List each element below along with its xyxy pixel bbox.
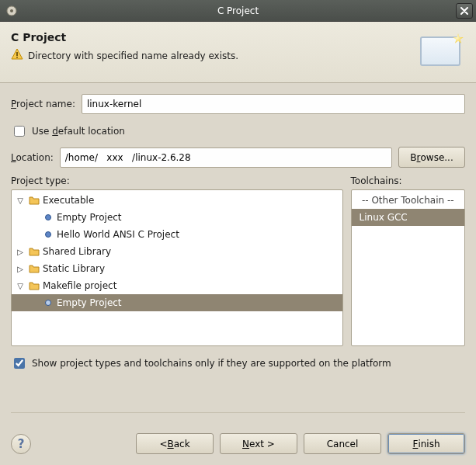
list-item-label: -- Other Toolchain -- xyxy=(362,195,454,206)
tree-node-executable[interactable]: ▽ Executable xyxy=(12,192,342,209)
close-button[interactable] xyxy=(456,3,473,19)
toolchains-list[interactable]: -- Other Toolchain -- Linux GCC xyxy=(351,189,466,346)
twisty-collapsed-icon[interactable]: ▷ xyxy=(15,248,26,256)
tree-label: Static Library xyxy=(43,263,105,274)
bullet-icon xyxy=(43,229,54,241)
tree-label: Executable xyxy=(43,195,94,206)
svg-point-4 xyxy=(46,215,51,220)
use-default-checkbox[interactable] xyxy=(14,126,25,137)
twisty-collapsed-icon[interactable]: ▷ xyxy=(15,265,26,273)
tree-label: Hello World ANSI C Project xyxy=(57,229,179,240)
tree-node-makefile-empty[interactable]: Empty Project xyxy=(12,294,342,311)
dialog-body: Project name: document.currentScript.pre… xyxy=(0,83,476,424)
tree-node-executable-hello[interactable]: Hello World ANSI C Project xyxy=(12,226,342,243)
tree-node-executable-empty[interactable]: Empty Project xyxy=(12,209,342,226)
use-default-label[interactable]: Use default location xyxy=(32,126,125,137)
back-button[interactable]: < Back xyxy=(136,433,214,454)
bullet-icon xyxy=(43,212,54,224)
list-item-linux-gcc[interactable]: Linux GCC xyxy=(352,209,465,226)
svg-point-6 xyxy=(46,300,51,306)
location-label: Location: xyxy=(11,152,54,163)
tree-label: Shared Library xyxy=(43,246,111,257)
project-name-input[interactable] xyxy=(82,94,465,114)
system-menu-icon[interactable] xyxy=(3,2,20,19)
folder-icon xyxy=(29,246,40,258)
folder-icon xyxy=(29,263,40,275)
wizard-header: C Project Directory with specified name … xyxy=(0,22,476,83)
filter-checkbox[interactable] xyxy=(14,358,25,369)
svg-point-1 xyxy=(10,9,13,12)
titlebar: C Project xyxy=(0,0,476,22)
location-input[interactable] xyxy=(60,147,392,168)
cancel-button[interactable]: Cancel xyxy=(304,433,381,454)
project-type-label: Project type: xyxy=(11,175,343,186)
tree-node-makefile[interactable]: ▽ Makefile project xyxy=(12,277,342,294)
project-type-tree[interactable]: ▽ Executable Empty Project Hello World A… xyxy=(11,189,343,346)
filter-label[interactable]: Show project types and toolchains only i… xyxy=(32,358,391,369)
separator xyxy=(11,412,465,413)
twisty-expanded-icon[interactable]: ▽ xyxy=(15,282,26,290)
header-message-row: Directory with specified name already ex… xyxy=(11,48,415,63)
svg-rect-3 xyxy=(16,57,18,58)
svg-rect-2 xyxy=(16,52,18,56)
toolchains-panel: Toolchains: -- Other Toolchain -- Linux … xyxy=(351,175,466,346)
browse-button[interactable]: Browse... xyxy=(398,147,465,168)
wizard-banner-icon xyxy=(415,31,465,71)
tree-label: Empty Project xyxy=(57,212,122,223)
help-button[interactable]: ? xyxy=(11,434,31,454)
folder-icon xyxy=(29,280,40,292)
header-message: Directory with specified name already ex… xyxy=(28,50,238,61)
window-title: C Project xyxy=(0,5,476,16)
toolchains-label: Toolchains: xyxy=(351,175,466,186)
type-toolchain-row: Project type: ▽ Executable Empty Project… xyxy=(11,175,465,346)
filter-row: Show project types and toolchains only i… xyxy=(11,356,465,371)
use-default-row: Use default location document.currentScr… xyxy=(11,123,465,139)
button-bar: ? < Back document.currentScript.previous… xyxy=(0,424,476,465)
folder-icon xyxy=(29,195,40,206)
next-button[interactable]: Next > xyxy=(220,433,297,454)
project-type-panel: Project type: ▽ Executable Empty Project… xyxy=(11,175,343,346)
warning-icon xyxy=(11,48,23,63)
tree-label: Empty Project xyxy=(57,297,122,308)
bullet-icon xyxy=(43,297,54,309)
list-item-other-toolchain[interactable]: -- Other Toolchain -- xyxy=(352,192,465,209)
finish-button[interactable]: Finish xyxy=(387,433,465,454)
tree-node-static-lib[interactable]: ▷ Static Library xyxy=(12,260,342,277)
tree-label: Makefile project xyxy=(43,280,116,291)
tree-node-shared-lib[interactable]: ▷ Shared Library xyxy=(12,243,342,260)
page-title: C Project xyxy=(11,31,415,43)
svg-point-5 xyxy=(46,232,51,238)
twisty-expanded-icon[interactable]: ▽ xyxy=(15,196,26,205)
project-name-row: Project name: document.currentScript.pre… xyxy=(11,94,465,114)
project-name-label: Project name: xyxy=(11,99,75,109)
location-row: Location: document.currentScript.previou… xyxy=(11,147,465,168)
list-item-label: Linux GCC xyxy=(355,212,408,223)
